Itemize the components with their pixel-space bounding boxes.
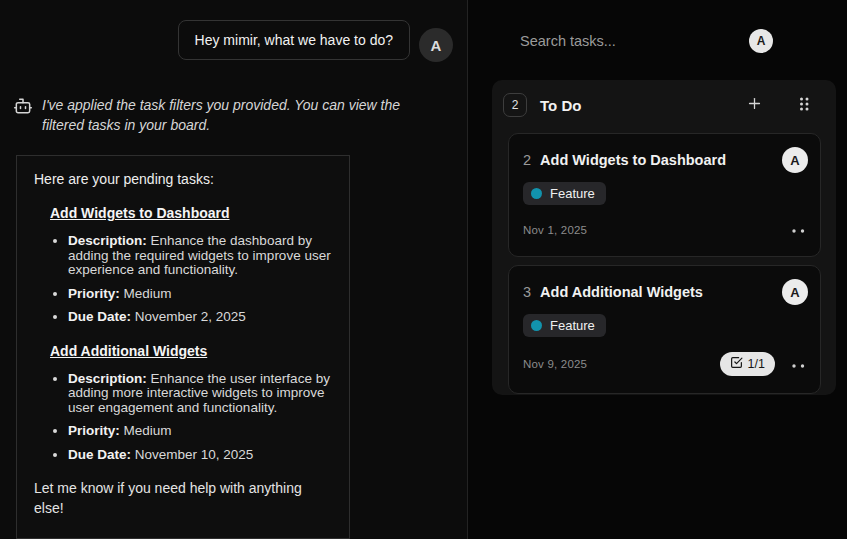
card-title-row: 3 Add Additional Widgets A: [523, 279, 808, 305]
due-label: Due Date:: [68, 309, 131, 324]
tasks-intro: Here are your pending tasks:: [34, 171, 333, 187]
bot-icon: [13, 96, 33, 120]
card-footer: Nov 1, 2025: [523, 220, 808, 239]
priority-label: Priority:: [68, 286, 120, 301]
two-dots-icon: [791, 222, 806, 237]
task-priority: Priority: Medium: [68, 287, 333, 302]
due-date: Nov 9, 2025: [523, 358, 720, 370]
board-header: A: [520, 29, 773, 53]
feature-tag[interactable]: Feature: [523, 314, 606, 337]
tag-row: Feature: [523, 314, 808, 337]
task-due-date: Due Date: November 2, 2025: [68, 310, 333, 325]
tasks-outro: Let me know if you need help with anythi…: [34, 478, 333, 518]
assignee-avatar[interactable]: A: [782, 147, 808, 173]
pending-tasks-card: Here are your pending tasks: Add Widgets…: [16, 155, 350, 539]
assistant-message-row: I've applied the task filters you provid…: [0, 62, 467, 135]
user-message-row: Hey mimir, what we have to do? A: [0, 0, 467, 62]
card-more-button[interactable]: [789, 220, 808, 239]
description-label: Description:: [68, 233, 147, 248]
card-footer: Nov 9, 2025 1/1: [523, 352, 808, 376]
todo-column: 2 To Do 2 Add Widgets to Dashboard A: [492, 80, 836, 395]
checklist-count: 1/1: [748, 357, 765, 371]
task-section: Add Additional Widgets Description: Enha…: [34, 343, 333, 463]
task-title: Add Widgets to Dashboard: [50, 205, 333, 221]
task-detail-list: Description: Enhance the user interface …: [50, 372, 333, 463]
feature-tag[interactable]: Feature: [523, 182, 606, 205]
tag-color-dot: [531, 188, 542, 199]
card-more-button[interactable]: [789, 355, 808, 374]
task-due-date: Due Date: November 10, 2025: [68, 448, 333, 463]
tag-color-dot: [531, 320, 542, 331]
tag-row: Feature: [523, 182, 808, 205]
description-label: Description:: [68, 371, 147, 386]
user-avatar: A: [419, 28, 453, 62]
column-menu-button[interactable]: [793, 92, 815, 119]
task-detail-list: Description: Enhance the dashboard by ad…: [50, 234, 333, 325]
card-number: 2: [523, 152, 531, 168]
card-list: 2 Add Widgets to Dashboard A Feature Nov…: [508, 133, 821, 394]
task-description: Description: Enhance the user interface …: [68, 372, 333, 416]
assistant-note: I've applied the task filters you provid…: [42, 95, 429, 135]
due-label: Due Date:: [68, 447, 131, 462]
search-input[interactable]: [520, 33, 740, 49]
card-title-row: 2 Add Widgets to Dashboard A: [523, 147, 808, 173]
due-date: Nov 1, 2025: [523, 224, 789, 236]
task-card[interactable]: 2 Add Widgets to Dashboard A Feature Nov…: [508, 133, 821, 257]
column-count-badge: 2: [503, 93, 527, 117]
checklist-badge[interactable]: 1/1: [720, 352, 775, 376]
board-panel: A 2 To Do 2 Add Widgets to Dashboard: [468, 0, 847, 539]
user-message-bubble: Hey mimir, what we have to do?: [178, 20, 410, 60]
card-number: 3: [523, 284, 531, 300]
check-square-icon: [730, 356, 743, 372]
task-priority: Priority: Medium: [68, 424, 333, 439]
priority-label: Priority:: [68, 423, 120, 438]
card-title: Add Additional Widgets: [540, 284, 782, 300]
assignee-avatar[interactable]: A: [782, 279, 808, 305]
grip-dots-icon: [797, 96, 811, 115]
add-task-button[interactable]: [742, 91, 767, 119]
card-title: Add Widgets to Dashboard: [540, 152, 782, 168]
plus-icon: [746, 95, 763, 115]
two-dots-icon: [791, 357, 806, 372]
task-description: Description: Enhance the dashboard by ad…: [68, 234, 333, 278]
task-section: Add Widgets to Dashboard Description: En…: [34, 205, 333, 325]
task-title: Add Additional Widgets: [50, 343, 333, 359]
column-title: To Do: [540, 97, 742, 114]
chat-panel: Hey mimir, what we have to do? A I've ap…: [0, 0, 468, 539]
todo-column-header: 2 To Do: [503, 89, 821, 119]
task-card[interactable]: 3 Add Additional Widgets A Feature Nov 9…: [508, 265, 821, 394]
board-user-avatar[interactable]: A: [749, 29, 773, 53]
